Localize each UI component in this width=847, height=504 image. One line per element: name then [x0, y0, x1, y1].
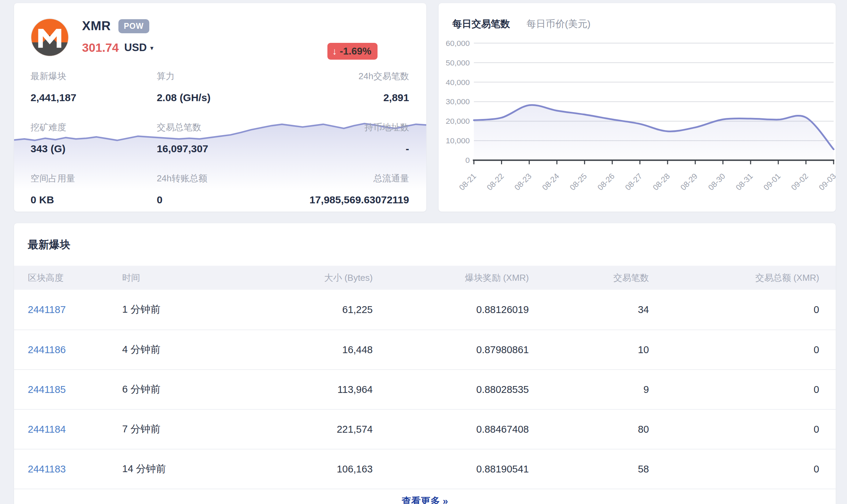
- stat-hashrate: 算力 2.08 (GH/s): [157, 70, 283, 104]
- block-reward: 0.88190541: [373, 464, 529, 475]
- block-reward: 0.88467408: [373, 424, 529, 435]
- block-time: 14 分钟前: [122, 462, 235, 476]
- block-reward: 0.88126019: [373, 304, 529, 315]
- coin-name: XMR: [82, 19, 111, 33]
- chevron-down-icon: ▼: [149, 45, 155, 51]
- svg-text:08-24: 08-24: [540, 171, 561, 192]
- block-tx-total: 0: [649, 424, 836, 435]
- stat-holder-addresses: 持币地址数 -: [283, 121, 409, 155]
- col-size-bytes: 大小 (Bytes): [235, 272, 373, 284]
- block-size: 221,574: [235, 424, 373, 435]
- stat-storage-size: 空间占用量 0 KB: [31, 172, 157, 206]
- chart-tabs: 每日交易笔数 每日币价(美元): [452, 17, 591, 31]
- coin-price: 301.74: [82, 41, 119, 55]
- block-time: 1 分钟前: [122, 303, 235, 316]
- table-row: 2441186 4 分钟前 16,448 0.87980861 10 0: [14, 329, 836, 369]
- table-row: 2441185 6 分钟前 113,964 0.88028535 9 0: [14, 369, 836, 409]
- arrow-down-icon: ↓: [332, 46, 337, 57]
- svg-text:08-28: 08-28: [651, 171, 672, 192]
- block-time: 6 分钟前: [122, 383, 235, 396]
- monero-logo-icon: [31, 18, 69, 57]
- coin-overview-card: XMR POW 301.74 USD ▼ ↓: [14, 3, 427, 212]
- block-reward: 0.87980861: [373, 344, 529, 356]
- coin-stats-grid: 最新爆块 2,441,187 算力 2.08 (GH/s) 24h交易笔数 2,…: [31, 70, 409, 206]
- latest-blocks-title: 最新爆块: [14, 223, 836, 266]
- svg-text:50,000: 50,000: [446, 58, 470, 67]
- svg-text:08-25: 08-25: [568, 171, 589, 192]
- consensus-badge: POW: [118, 19, 149, 33]
- block-height-link[interactable]: 2441186: [28, 344, 66, 355]
- tab-daily-price-usd[interactable]: 每日币价(美元): [526, 17, 591, 31]
- svg-text:08-23: 08-23: [513, 171, 533, 192]
- price-change-badge: ↓ -1.69%: [327, 43, 378, 60]
- daily-tx-chart-card: 每日交易笔数 每日币价(美元) 010,00020,00030,00040,00…: [438, 3, 836, 212]
- svg-text:08-21: 08-21: [457, 171, 478, 192]
- stat-latest-block: 最新爆块 2,441,187: [31, 70, 157, 104]
- svg-text:0: 0: [465, 156, 470, 165]
- table-header-row: 区块高度 时间 大小 (Bytes) 爆块奖励 (XMR) 交易笔数 交易总额 …: [14, 266, 836, 290]
- svg-text:60,000: 60,000: [446, 39, 470, 48]
- svg-text:08-26: 08-26: [596, 171, 616, 192]
- block-tx-total: 0: [649, 304, 836, 315]
- table-row: 2441183 14 分钟前 106,163 0.88190541 58 0: [14, 449, 836, 489]
- svg-text:09-02: 09-02: [789, 171, 810, 192]
- col-tx-total: 交易总额 (XMR): [649, 272, 836, 284]
- price-change-value: -1.69%: [340, 46, 371, 57]
- block-tx-count: 9: [529, 384, 649, 395]
- table-row: 2441184 7 分钟前 221,574 0.88467408 80 0: [14, 409, 836, 449]
- col-block-reward: 爆块奖励 (XMR): [373, 272, 529, 284]
- svg-text:30,000: 30,000: [446, 97, 470, 106]
- stat-24h-tx-count: 24h交易笔数 2,891: [283, 70, 409, 104]
- block-tx-count: 58: [529, 464, 649, 475]
- block-tx-count: 80: [529, 424, 649, 435]
- daily-tx-area-chart: 010,00020,00030,00040,00050,00060,00008-…: [439, 3, 836, 212]
- block-reward: 0.88028535: [373, 384, 529, 395]
- svg-text:08-27: 08-27: [623, 171, 644, 192]
- col-time: 时间: [122, 272, 235, 284]
- svg-text:08-30: 08-30: [706, 171, 727, 192]
- svg-text:40,000: 40,000: [446, 78, 470, 87]
- svg-text:20,000: 20,000: [446, 117, 470, 125]
- stat-circulating-supply: 总流通量 17,985,569.63072119: [283, 172, 409, 206]
- tab-daily-tx-count[interactable]: 每日交易笔数: [452, 17, 510, 31]
- currency-label: USD: [124, 41, 147, 54]
- block-tx-total: 0: [649, 344, 836, 356]
- block-time: 4 分钟前: [122, 343, 235, 357]
- block-tx-count: 10: [529, 344, 649, 356]
- block-height-link[interactable]: 2441184: [28, 424, 66, 435]
- page: XMR POW 301.74 USD ▼ ↓: [0, 0, 847, 504]
- col-block-height: 区块高度: [14, 272, 122, 284]
- block-height-link[interactable]: 2441187: [28, 304, 66, 315]
- table-row: 2441187 1 分钟前 61,225 0.88126019 34 0: [14, 290, 836, 329]
- table-footer: 查看更多 »: [14, 489, 836, 504]
- stat-24h-transfer-total: 24h转账总额 0: [157, 172, 283, 206]
- svg-text:10,000: 10,000: [446, 136, 470, 145]
- svg-text:09-03: 09-03: [817, 171, 836, 192]
- block-tx-total: 0: [649, 464, 836, 475]
- block-size: 113,964: [235, 384, 373, 395]
- table-body: 2441187 1 分钟前 61,225 0.88126019 34 0 244…: [14, 290, 836, 489]
- block-tx-total: 0: [649, 384, 836, 395]
- svg-text:08-29: 08-29: [678, 171, 699, 192]
- block-tx-count: 34: [529, 304, 649, 315]
- svg-text:08-31: 08-31: [734, 171, 755, 192]
- block-size: 106,163: [235, 464, 373, 475]
- svg-text:08-22: 08-22: [485, 171, 506, 192]
- svg-text:09-01: 09-01: [762, 171, 782, 192]
- currency-selector[interactable]: USD ▼: [124, 41, 154, 54]
- block-time: 7 分钟前: [122, 422, 235, 436]
- block-height-link[interactable]: 2441185: [28, 384, 66, 395]
- block-size: 16,448: [235, 344, 373, 356]
- view-more-link[interactable]: 查看更多 »: [402, 496, 448, 504]
- block-height-link[interactable]: 2441183: [28, 464, 66, 475]
- top-row: XMR POW 301.74 USD ▼ ↓: [14, 3, 836, 212]
- col-tx-count: 交易笔数: [529, 272, 649, 284]
- latest-blocks-card: 最新爆块 区块高度 时间 大小 (Bytes) 爆块奖励 (XMR) 交易笔数 …: [14, 223, 836, 504]
- stat-total-tx-count: 交易总笔数 16,097,307: [157, 121, 283, 155]
- stat-mining-difficulty: 挖矿难度 343 (G): [31, 121, 157, 155]
- block-size: 61,225: [235, 304, 373, 315]
